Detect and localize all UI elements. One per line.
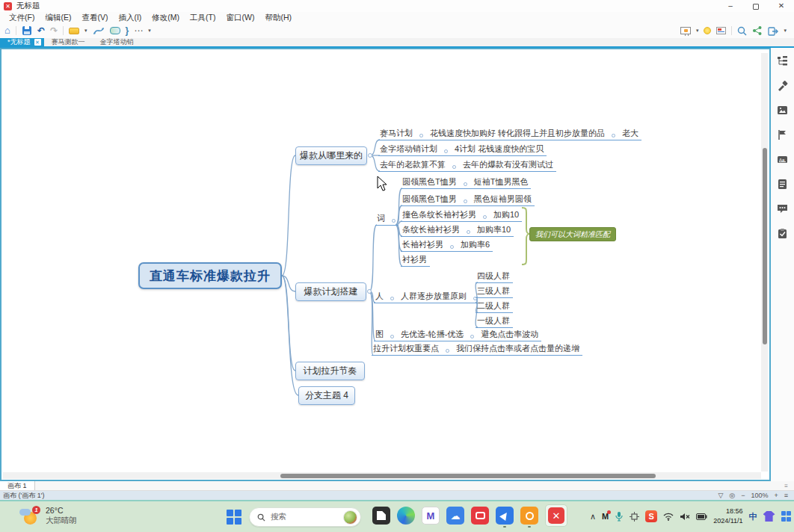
- node-text[interactable]: 撞色条纹长袖衬衫男: [402, 209, 476, 220]
- node-text[interactable]: 加购10: [493, 209, 519, 220]
- node-text[interactable]: 词: [377, 213, 385, 224]
- edge-browser-icon[interactable]: [397, 507, 415, 525]
- marker-flag-icon[interactable]: [777, 129, 788, 140]
- row-saima-plan[interactable]: 赛马计划 花钱速度快加购好 转化跟得上并且初步放量的品 老大: [378, 127, 641, 140]
- row-audience-level-2[interactable]: 二级人群: [476, 300, 513, 313]
- zoom-level[interactable]: 100%: [751, 492, 768, 499]
- image-icon[interactable]: [777, 105, 788, 116]
- relationship-icon[interactable]: [93, 25, 105, 36]
- search-highlight-avatar[interactable]: [343, 510, 357, 525]
- fit-map-icon[interactable]: ◎: [729, 492, 735, 499]
- collapse-dot[interactable]: [464, 182, 467, 186]
- node-text[interactable]: 加购率10: [477, 224, 511, 235]
- start-button[interactable]: [227, 510, 241, 525]
- node-text[interactable]: 长袖衬衫男: [402, 239, 443, 250]
- collapse-dot[interactable]: [483, 215, 487, 219]
- node-text[interactable]: 图: [375, 329, 384, 340]
- file-explorer-icon[interactable]: [372, 507, 390, 525]
- topic-where-hits-come-from[interactable]: 爆款从哪里来的: [295, 146, 367, 165]
- node-text[interactable]: 人: [375, 291, 384, 302]
- mindmap-canvas[interactable]: 直通车标准爆款拉升 爆款从哪里来的 爆款计划搭建 计划拉升节奏 分支主题 4 赛…: [0, 48, 771, 481]
- zoom-out-button[interactable]: −: [741, 492, 745, 499]
- node-text[interactable]: 二级人群: [477, 300, 510, 312]
- central-topic[interactable]: 直通车标准爆款拉升: [138, 262, 282, 289]
- node-text[interactable]: 金字塔动销计划: [380, 143, 437, 155]
- mindmaster-icon[interactable]: M: [422, 507, 440, 525]
- camera-app-icon[interactable]: [520, 507, 538, 525]
- search-icon[interactable]: [737, 26, 747, 36]
- collapse-dot[interactable]: [612, 134, 615, 137]
- home-icon[interactable]: ⌂: [4, 25, 10, 36]
- menu-insert[interactable]: 插入(I): [113, 13, 147, 23]
- menu-help[interactable]: 帮助(H): [259, 13, 297, 23]
- notes-doc-icon[interactable]: [777, 179, 788, 190]
- save-icon[interactable]: [22, 25, 32, 36]
- menu-edit[interactable]: 编辑(E): [40, 13, 76, 23]
- share-icon[interactable]: [752, 25, 763, 36]
- node-text[interactable]: 人群逐步放量原则: [401, 291, 467, 302]
- row-plan-weight-points[interactable]: 拉升计划权重要点 我们保持点击率或者点击量的递增: [372, 342, 582, 356]
- presentation-dropdown-icon[interactable]: ▾: [696, 28, 699, 34]
- node-text[interactable]: 去年的爆款有没有测试过: [463, 159, 553, 170]
- collapse-dot[interactable]: [367, 289, 372, 294]
- collapse-dot[interactable]: [390, 297, 394, 300]
- menu-modify[interactable]: 修改(M): [147, 13, 185, 23]
- redo-icon[interactable]: ↷: [50, 25, 58, 36]
- vertical-scrollbar[interactable]: [761, 53, 768, 471]
- snip-tool-icon[interactable]: [630, 512, 639, 522]
- node-text[interactable]: 黑色短袖男圆领: [474, 194, 532, 205]
- collapse-dot[interactable]: [450, 245, 454, 249]
- sheet-tab-canvas1[interactable]: 画布 1: [0, 481, 35, 490]
- collapse-dot[interactable]: [446, 349, 449, 353]
- task-icon[interactable]: [777, 228, 788, 239]
- node-text[interactable]: 拉升计划权重要点: [373, 343, 439, 354]
- filter-icon[interactable]: ▽: [718, 492, 723, 499]
- node-text[interactable]: 四级人群: [477, 270, 510, 282]
- vertical-scrollbar-thumb[interactable]: [763, 148, 767, 344]
- node-text[interactable]: 避免点击率波动: [481, 329, 538, 340]
- row-keyword-2[interactable]: 圆领黑色T恤男 黑色短袖男圆领: [401, 193, 535, 206]
- row-audience-level-3[interactable]: 三级人群: [476, 285, 513, 298]
- tray-m-app-icon[interactable]: M: [602, 512, 609, 521]
- pointer-app-icon[interactable]: [496, 507, 514, 525]
- microphone-icon[interactable]: [615, 511, 624, 522]
- collapse-dot[interactable]: [464, 200, 467, 203]
- boundary-icon[interactable]: [110, 27, 120, 34]
- tab-close-icon[interactable]: ✕: [34, 39, 41, 46]
- node-text[interactable]: 我们保持点击率或者点击量的递增: [456, 343, 579, 354]
- row-last-year-models[interactable]: 去年的老款算不算 去年的爆款有没有测试过: [378, 158, 556, 172]
- volume-muted-icon[interactable]: [680, 513, 690, 521]
- topic-plan-ramp-rhythm[interactable]: 计划拉升节奏: [295, 362, 365, 380]
- restore-button[interactable]: [743, 0, 769, 12]
- horizontal-scrollbar[interactable]: [3, 472, 761, 479]
- collapse-dot[interactable]: [470, 335, 474, 338]
- zoom-menu-icon[interactable]: ≡: [784, 492, 788, 499]
- notes-icon[interactable]: [716, 27, 726, 34]
- wifi-icon[interactable]: [663, 513, 674, 521]
- node-text[interactable]: 一级人群: [477, 315, 510, 327]
- style-icon[interactable]: [69, 28, 79, 34]
- row-keyword-4[interactable]: 条纹长袖衬衫男 加购率10: [401, 223, 514, 237]
- more-dropdown-icon[interactable]: ▾: [148, 28, 151, 34]
- collapse-dot[interactable]: [452, 165, 456, 169]
- export-icon[interactable]: [768, 26, 778, 36]
- node-text[interactable]: 老大: [622, 128, 638, 139]
- collapse-dot[interactable]: [467, 230, 470, 234]
- collapse-dot[interactable]: [368, 153, 372, 158]
- node-text[interactable]: 去年的老款算不算: [380, 159, 446, 170]
- style-dropdown-icon[interactable]: ▾: [84, 28, 87, 34]
- red-app-icon[interactable]: [471, 507, 489, 525]
- row-keyword-5[interactable]: 长袖衬衫男 加购率6: [401, 238, 493, 252]
- collapse-dot[interactable]: [419, 134, 423, 137]
- minimize-button[interactable]: –: [718, 0, 743, 12]
- row-keyword-6[interactable]: 衬衫男: [401, 253, 430, 267]
- menu-file[interactable]: 文件(F): [4, 13, 40, 23]
- tab-jinzita-dongxiao[interactable]: 金字塔动销: [93, 38, 141, 46]
- row-keyword-1[interactable]: 圆领黑色T恤男 短袖T恤男黑色: [401, 176, 531, 189]
- sogou-input-icon[interactable]: S: [645, 510, 657, 522]
- collapse-dot[interactable]: [390, 335, 394, 338]
- widgets-grid-icon[interactable]: [781, 511, 792, 522]
- format-brush-icon[interactable]: [777, 80, 788, 91]
- row-audience-level-4[interactable]: 四级人群: [476, 270, 513, 283]
- node-text[interactable]: 三级人群: [477, 285, 510, 297]
